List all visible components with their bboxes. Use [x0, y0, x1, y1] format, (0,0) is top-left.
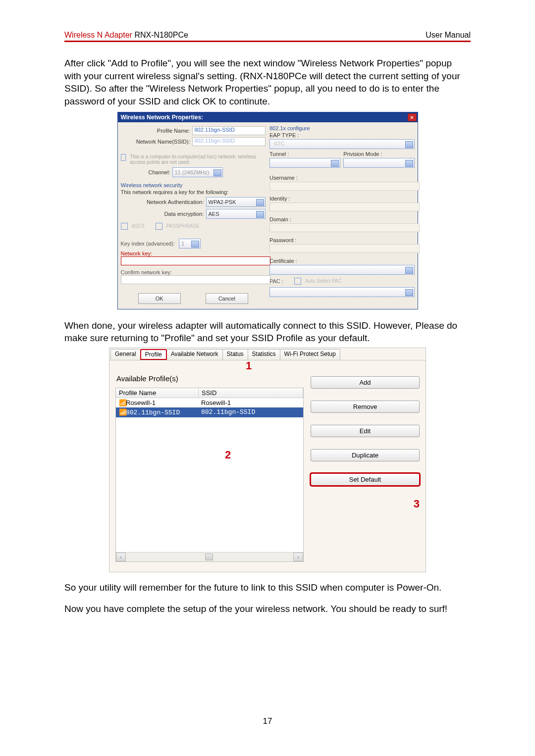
- identity-input[interactable]: [269, 202, 420, 211]
- certificate-label: Certificate :: [269, 258, 415, 264]
- tunnel-select[interactable]: [269, 158, 340, 168]
- profile-button-column: Add Remove Edit Duplicate Set Default 3: [311, 361, 420, 562]
- tab-available-network[interactable]: Available Network: [166, 349, 223, 360]
- confirm-key-input[interactable]: [121, 275, 271, 284]
- paragraph-1: After click "Add to Profile", you will s…: [64, 57, 471, 108]
- tab-statistics[interactable]: Statistics: [248, 349, 280, 360]
- auth-value: WPA2-PSK: [209, 199, 236, 205]
- dialog-right-column: 802.1x configure EAP TYPE : GTC Tunnel :…: [269, 124, 415, 307]
- profile-list-area: Available Profile(s) Profile Name SSID 📶…: [115, 361, 304, 562]
- col-profile-name: Profile Name: [116, 388, 199, 398]
- password-label: Password :: [269, 237, 415, 243]
- scroll-track: [213, 553, 293, 561]
- passphrase-checkbox[interactable]: [156, 223, 162, 230]
- tab-general[interactable]: General: [110, 349, 141, 360]
- product-prefix: Wireless N Adapter: [64, 31, 134, 39]
- eap-type-value: GTC: [272, 141, 284, 147]
- doc-header: Wireless N Adapter RNX-N180PCe User Manu…: [64, 31, 471, 40]
- provision-mode-label: Privision Mode :: [343, 151, 414, 157]
- encryption-value: AES: [209, 211, 219, 217]
- dialog-title: Wireless Network Properties:: [121, 114, 204, 121]
- username-label: Username :: [269, 175, 415, 181]
- add-button[interactable]: Add: [311, 376, 420, 389]
- paragraph-4: Now you have complete the setup of the y…: [64, 603, 471, 615]
- annotation-1: 1: [246, 359, 252, 372]
- keyindex-select[interactable]: 1: [179, 239, 201, 249]
- tab-profile[interactable]: Profile: [140, 349, 167, 360]
- encryption-label: Data encryption:: [121, 211, 204, 217]
- profile-list-header: Profile Name SSID: [116, 388, 303, 398]
- pac-select[interactable]: [269, 287, 415, 297]
- scroll-left-icon[interactable]: ‹: [116, 553, 126, 561]
- ascii-checkbox[interactable]: [121, 223, 128, 230]
- certificate-select[interactable]: [269, 265, 415, 275]
- dialog-titlebar: Wireless Network Properties: ×: [118, 112, 418, 122]
- col-ssid: SSID: [199, 388, 303, 398]
- paragraph-3: So your utility will remember for the fu…: [64, 581, 471, 594]
- cancel-button[interactable]: Cancel: [206, 293, 248, 304]
- set-default-button[interactable]: Set Default: [311, 473, 420, 486]
- signal-icon: 📶: [119, 399, 126, 406]
- row-name: 802.11bgn-SSID: [126, 409, 180, 416]
- security-sub-label: This network requires a key for the foll…: [121, 189, 266, 195]
- encryption-select[interactable]: AES: [206, 209, 266, 219]
- identity-label: Identity :: [269, 196, 415, 202]
- profile-name-input[interactable]: 802.11bgn-SSID: [192, 126, 266, 135]
- row-name: Rosewill-1: [126, 399, 156, 406]
- page-number: 17: [0, 716, 535, 726]
- table-row[interactable]: 📶802.11bgn-SSID 802.11bgn-SSID: [116, 407, 303, 417]
- security-section-label: Wireless network security: [121, 182, 266, 188]
- profile-list[interactable]: Profile Name SSID 📶Rosewill-1 Rosewill-1…: [115, 388, 304, 562]
- tab-wifi-protect-setup[interactable]: Wi-Fi Protect Setup: [280, 349, 340, 360]
- close-icon[interactable]: ×: [408, 113, 417, 121]
- edit-button[interactable]: Edit: [311, 425, 420, 437]
- network-key-input[interactable]: [121, 256, 271, 265]
- row-ssid: 802.11bgn-SSID: [198, 408, 303, 417]
- doc-header-left: Wireless N Adapter RNX-N180PCe: [64, 31, 188, 40]
- scroll-right-icon[interactable]: ›: [293, 553, 303, 561]
- remove-button[interactable]: Remove: [311, 401, 420, 413]
- network-name-label: Network Name(SSID):: [121, 139, 190, 145]
- scroll-thumb[interactable]: [205, 554, 213, 560]
- password-input[interactable]: [269, 244, 420, 253]
- username-input[interactable]: [269, 182, 420, 191]
- domain-label: Domain :: [269, 216, 415, 222]
- autopac-label: Auto Select PAC: [305, 278, 342, 284]
- product-model: RNX-N180PCe: [134, 31, 188, 39]
- eap-type-label: EAP TYPE :: [269, 132, 415, 138]
- adhoc-checkbox[interactable]: [121, 154, 126, 161]
- autopac-checkbox[interactable]: [294, 278, 301, 285]
- tab-strip: General Profile Available Network Status…: [109, 348, 426, 360]
- keyindex-value: 1: [181, 241, 184, 247]
- passphrase-label: PASSPHRASE: [166, 223, 200, 229]
- channel-value: 11 (2462MHz): [175, 169, 210, 175]
- dialog-left-column: Profile Name: 802.11bgn-SSID Network Nam…: [121, 124, 266, 307]
- profile-name-label: Profile Name:: [121, 128, 190, 134]
- table-row[interactable]: 📶Rosewill-1 Rosewill-1: [116, 398, 303, 407]
- auth-label: Network Authentication:: [121, 199, 204, 205]
- auth-select[interactable]: WPA2-PSK: [206, 197, 266, 207]
- 8021x-section-label: 802.1x configure: [269, 125, 415, 131]
- duplicate-button[interactable]: Duplicate: [311, 449, 420, 461]
- eap-type-select[interactable]: GTC: [269, 139, 415, 149]
- network-key-label: Network key:: [121, 251, 266, 256]
- wireless-network-properties-dialog: Wireless Network Properties: × Profile N…: [117, 112, 418, 309]
- confirm-key-label: Confirm network key:: [121, 269, 266, 275]
- provision-mode-select[interactable]: [343, 158, 414, 168]
- available-profiles-label: Available Profile(s): [116, 374, 304, 383]
- annotation-2: 2: [225, 449, 231, 461]
- signal-icon: 📶: [119, 408, 126, 416]
- row-ssid: Rosewill-1: [198, 399, 303, 407]
- annotation-3: 3: [414, 498, 420, 510]
- pac-label: PAC :: [269, 278, 283, 284]
- ok-button[interactable]: OK: [138, 293, 181, 304]
- tab-status[interactable]: Status: [222, 349, 248, 360]
- domain-input[interactable]: [269, 223, 420, 232]
- adhoc-text: This is a computer-to-computer(ad hoc) n…: [130, 154, 266, 165]
- horizontal-scrollbar[interactable]: ‹ ›: [116, 552, 303, 561]
- keyindex-label: Key index (advanced):: [121, 241, 175, 247]
- ascii-label: ASCII: [132, 223, 145, 229]
- profile-panel: General Profile Available Network Status…: [109, 348, 426, 572]
- channel-select[interactable]: 11 (2462MHz): [172, 167, 223, 177]
- network-name-input[interactable]: 802.11bgn-SSID: [192, 137, 266, 146]
